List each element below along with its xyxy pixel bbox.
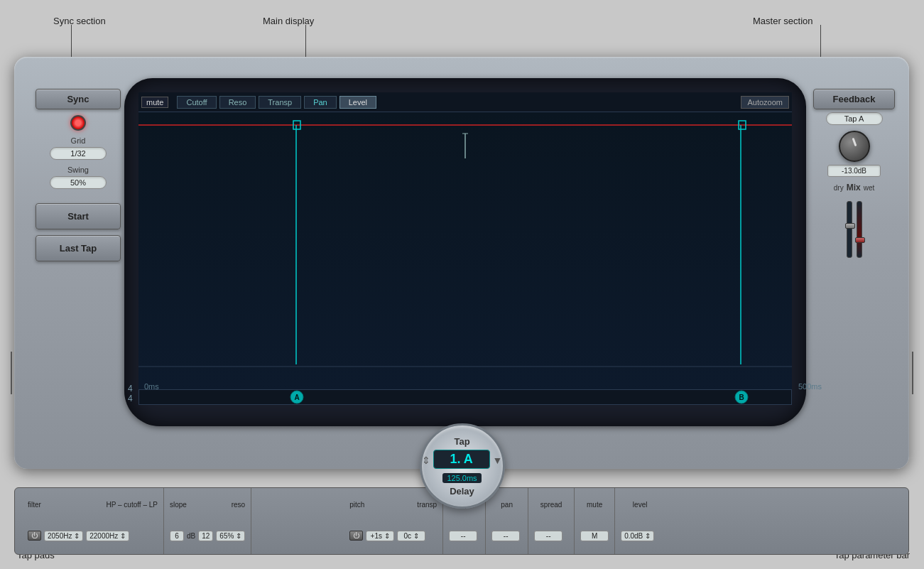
mix-label: Mix [847,183,861,193]
start-button[interactable]: Start [36,203,121,229]
spread-value[interactable]: -- [534,531,562,541]
dry-slider-track[interactable] [847,201,852,258]
display-tabs-row: mute Cutoff Reso Transp Pan Level Autozo… [138,92,792,112]
ab-markers-svg: A B [139,389,791,405]
slope-label: slope [170,501,187,509]
pan-row: -- [491,531,522,541]
tap-bottom-label: Delay [450,486,474,497]
filter-row: ⏻ 2050Hz ⇕ 22000Hz ⇕ [28,531,158,541]
tab-transp[interactable]: Transp [259,96,301,109]
transp-label: transp [417,501,437,509]
pitch-row: ⏻ +1s ⇕ 0c ⇕ [349,531,437,541]
pan-label-bar: pan [491,501,522,509]
filter-hp-arrows: ⇕ [74,532,80,540]
ab-marker-row: A B [138,389,792,405]
svg-text:A: A [294,394,299,401]
sync-led-container [36,115,121,131]
mute-row: M [580,531,609,541]
grid-label: Grid [36,136,121,145]
tap-left-arrow: ⇕ [422,455,430,466]
master-section: Feedback Tap A -13.0dB dry Mix wet [813,89,895,258]
grid-value[interactable]: 1/32 [50,147,107,160]
mute-group: mute M [575,488,615,554]
level-label: level [621,501,659,509]
transp-value[interactable]: 0c ⇕ [397,531,425,541]
tab-reso[interactable]: Reso [219,96,256,109]
wet-slider-track[interactable] [857,201,862,258]
bracket-left [11,352,12,394]
autozoom-button[interactable]: Autozoom [741,96,789,109]
pitch-enable-btn[interactable]: ⏻ [349,531,363,541]
tab-cutoff[interactable]: Cutoff [177,96,216,109]
spread-label: spread [534,501,568,509]
sync-button[interactable]: Sync [36,89,121,109]
dry-label: dry [834,184,844,192]
tap-main-display[interactable]: 1. A [433,450,490,469]
filter-group: filter HP – cutoff – LP ⏻ 2050Hz ⇕ 22000… [22,488,164,554]
filter-lp-arrows: ⇕ [120,532,126,540]
sync-section: Sync Grid 1/32 Swing 50% Start Last Tap [36,89,121,267]
pitch-value[interactable]: +1s ⇕ [366,531,394,541]
tap-circle[interactable]: Tap ⇕ 1. A ▼ 125.0ms Delay [420,423,505,509]
time-label-end: 500ms [798,382,822,391]
pan-value[interactable]: -- [491,531,520,541]
reso-label: reso [232,501,245,509]
reso-value[interactable]: 65% ⇕ [216,531,245,541]
slope-unit: dB [187,532,195,540]
knob-container [813,131,895,162]
tap-sub-value: 125.0ms [442,473,481,483]
last-tap-button[interactable]: Last Tap [36,235,121,261]
swing-value[interactable]: 50% [50,176,107,189]
filter-lp-value[interactable]: 22000Hz ⇕ [86,531,129,541]
db-display[interactable]: -13.0dB [827,165,881,177]
filter-label: filter [28,501,41,509]
flip-value[interactable]: -- [449,531,477,541]
mute-label[interactable]: mute [141,97,168,108]
sync-section-annotation: Sync section [53,16,106,26]
mix-label-row: dry Mix wet [813,183,895,193]
tab-pan[interactable]: Pan [304,96,337,109]
flip-row: -- [449,531,479,541]
reso-arrows: ⇕ [236,532,241,540]
mute-value[interactable]: M [580,531,609,541]
waveform-svg [138,112,792,389]
filter-sub-label: HP – cutoff – LP [107,501,158,509]
main-display-annotation: Main display [263,16,314,26]
svg-text:B: B [739,394,744,401]
spread-row: -- [534,531,568,541]
slope-box-value[interactable]: 12 [198,531,213,541]
wet-slider-thumb[interactable] [855,237,865,243]
pan-group: pan -- [486,488,528,554]
feedback-button[interactable]: Feedback [813,89,895,109]
feedback-knob[interactable] [839,131,870,162]
level-value[interactable]: 0.0dB ⇕ [621,531,654,541]
pitch-arrows: ⇕ [384,532,390,540]
filter-hp-value[interactable]: 2050Hz ⇕ [44,531,83,541]
waveform-area [138,112,792,389]
tap-top-label: Tap [454,436,469,447]
filter-enable-btn[interactable]: ⏻ [28,531,41,541]
sync-led [70,115,86,131]
slope-row: 6 dB 12 65% ⇕ [170,531,245,541]
tap-control-row: ⇕ 1. A ▼ [422,450,503,472]
level-group: level 0.0dB ⇕ [615,488,665,554]
slope-value[interactable]: 6 [170,531,184,541]
device-body: Sync Grid 1/32 Swing 50% Start Last Tap … [14,57,909,469]
wet-label: wet [864,184,875,192]
level-arrows: ⇕ [645,532,651,540]
mute-bar-label: mute [580,501,609,509]
time-signature: 44 [128,384,133,404]
mix-sliders [813,194,895,258]
slope-group: slope reso 6 dB 12 65% ⇕ [164,488,251,554]
tab-level[interactable]: Level [339,96,376,109]
tap-right-arrow: ▼ [493,455,503,466]
master-section-annotation: Master section [753,16,813,26]
dry-slider-thumb[interactable] [845,223,855,229]
spread-group: spread -- [528,488,575,554]
pitch-group: pitch transp ⏻ +1s ⇕ 0c ⇕ [344,488,443,554]
transp-arrows: ⇕ [413,532,419,540]
pitch-label: pitch [349,501,364,509]
tap-a-display[interactable]: Tap A [826,112,883,125]
bracket-right [912,352,913,394]
swing-label: Swing [36,166,121,174]
